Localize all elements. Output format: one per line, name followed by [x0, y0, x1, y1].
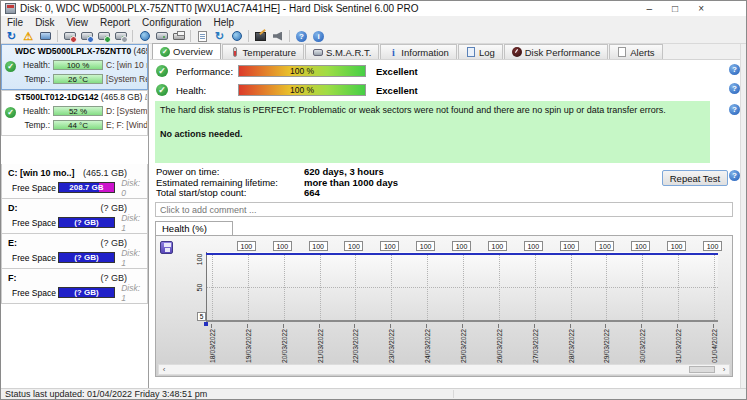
x-axis-date-label: 24/03/2022 — [424, 323, 431, 363]
health-label: Health: — [20, 106, 50, 116]
gridline — [571, 254, 572, 320]
repeat-test-button[interactable]: Repeat Test — [662, 170, 728, 186]
disk-list-item-1[interactable]: ST500LT012-1DG142 (465.8 GB) Disk: 1 ✓ H… — [1, 90, 148, 136]
x-axis-date-label: 29/03/2022 — [603, 323, 610, 363]
point-value-label: 100 — [703, 241, 722, 251]
ok-icon: ✓ — [156, 65, 168, 77]
content: WDC WD5000LPLX-75ZNTT0 (465.8 GB) Disk: … — [1, 44, 746, 388]
tab-information[interactable]: iInformation — [380, 44, 457, 59]
tab-smart[interactable]: S.M.A.R.T. — [305, 44, 379, 59]
ok-icon: ✓ — [156, 84, 168, 96]
disk-search-icon[interactable] — [112, 29, 129, 43]
menu-configuration[interactable]: Configuration — [136, 16, 207, 29]
health-line-series — [206, 253, 718, 255]
partition-disk: Disk: 1 — [121, 283, 147, 303]
point-value-label: 100 — [667, 241, 686, 251]
health-chart: 100 50 5 ‹ › 18/03/202210019/03/20221002… — [155, 235, 733, 377]
menu-disk[interactable]: Disk — [29, 16, 60, 29]
scroll-thumb[interactable] — [689, 366, 715, 373]
partition-item-f[interactable]: F:(? GB) Free Space (? GB) Disk: 1 — [1, 269, 148, 304]
gridline — [535, 254, 536, 320]
sidebar: WDC WD5000LPLX-75ZNTT0 (465.8 GB) Disk: … — [1, 44, 149, 388]
help-icon[interactable]: ? — [729, 170, 740, 181]
point-value-label: 100 — [237, 241, 256, 251]
tab-temperature[interactable]: Temperature — [222, 44, 304, 59]
monitor-icon[interactable] — [37, 29, 54, 43]
x-axis-date-label: 01/04/2022 — [711, 323, 718, 363]
warning-icon[interactable]: ⚠ — [20, 29, 37, 43]
menu-view[interactable]: View — [61, 16, 95, 29]
chart-scrollbar[interactable]: ‹ › — [158, 364, 730, 375]
title-bar: Disk: 0, WDC WD5000LPLX-75ZNTT0 [WXU1AC7… — [1, 1, 746, 16]
refresh-icon[interactable]: ↻ — [3, 29, 20, 43]
help-icon[interactable]: ? — [293, 29, 310, 43]
menu-help[interactable]: Help — [208, 16, 241, 29]
report-icon[interactable] — [194, 29, 211, 43]
disk-ok-icon[interactable] — [95, 29, 112, 43]
menu-file[interactable]: File — [1, 16, 29, 29]
edit-settings-icon[interactable] — [252, 29, 269, 43]
maximize-button[interactable]: □ — [672, 3, 678, 14]
partition-disk: Disk: 1 — [121, 213, 147, 233]
status-action: No actions needed. — [160, 128, 705, 142]
partition-name: D: — [8, 203, 100, 213]
menu-report[interactable]: Report — [94, 16, 136, 29]
scroll-left-icon[interactable]: ‹ — [159, 365, 169, 374]
disk-clock-icon[interactable] — [78, 29, 95, 43]
right-scroll-strip[interactable] — [740, 44, 746, 388]
gridline — [391, 254, 392, 320]
partition-disk: Disk: 0 — [121, 178, 147, 198]
gridline — [606, 254, 607, 320]
printer-icon[interactable] — [170, 29, 187, 43]
network-printer-icon[interactable] — [136, 29, 153, 43]
disk-icon[interactable] — [153, 29, 170, 43]
tab-overview[interactable]: ✓Overview — [152, 43, 221, 59]
health-bar: 100 % — [53, 60, 103, 70]
gridline — [678, 254, 679, 320]
partition-item-e[interactable]: E:(? GB) Free Space (? GB) Disk: 1 — [1, 234, 148, 269]
tab-alerts[interactable]: Alerts — [609, 44, 662, 59]
x-axis-date-label: 20/03/2022 — [281, 323, 288, 363]
x-axis-date-label: 22/03/2022 — [352, 323, 359, 363]
menu-bar: FileDiskViewReportConfigurationHelp — [1, 16, 746, 29]
tab-log[interactable]: Log — [458, 44, 503, 59]
stat-label: Total start/stop count: — [156, 188, 304, 199]
chart-title-tab[interactable]: Health (%) — [155, 221, 233, 235]
scroll-right-icon[interactable]: › — [719, 365, 729, 374]
info-icon[interactable]: i — [310, 29, 327, 43]
health-bar: 52 % — [53, 106, 103, 116]
partition-item-c[interactable]: C: [win 10 mo..](465.1 GB) Free Space 20… — [1, 164, 148, 199]
point-value-label: 100 — [452, 241, 471, 251]
performance-label: Performance: — [176, 66, 238, 77]
minimize-button[interactable]: – — [647, 3, 653, 14]
toolbar-separator — [248, 30, 249, 42]
health-label: Health: — [176, 85, 238, 96]
tab-disk-performance[interactable]: Disk Performance — [504, 44, 609, 59]
tab-bar: ✓Overview Temperature S.M.A.R.T. iInform… — [150, 44, 740, 60]
statusbar-divider — [453, 390, 454, 398]
temp-bar: 44 °C — [53, 120, 103, 130]
network-icon[interactable] — [228, 29, 245, 43]
status-text: The hard disk status is PERFECT. Problem… — [160, 104, 705, 118]
sync-icon[interactable]: ↻ — [211, 29, 228, 43]
y-tick-50: 50 — [196, 284, 203, 292]
help-icon[interactable]: ? — [729, 83, 740, 94]
point-value-label: 100 — [560, 241, 579, 251]
disk-remove-icon[interactable] — [61, 29, 78, 43]
x-axis-date-label: 21/03/2022 — [317, 323, 324, 363]
partition-disk: Disk: 1 — [121, 248, 147, 268]
y-min-label: 5 — [197, 312, 206, 321]
performance-bar: 100 % — [238, 65, 366, 77]
help-icon[interactable]: ? — [729, 64, 740, 75]
sound-icon[interactable] — [269, 29, 286, 43]
close-button[interactable]: × — [698, 3, 704, 14]
disk-list-item-0[interactable]: WDC WD5000LPLX-75ZNTT0 (465.8 GB) Disk: … — [1, 44, 148, 90]
comment-input[interactable] — [155, 202, 733, 217]
x-axis-date-label: 19/03/2022 — [245, 323, 252, 363]
partition-size: (? GB) — [100, 203, 141, 213]
status-message-box: The hard disk status is PERFECT. Problem… — [155, 101, 710, 163]
gridline — [427, 254, 428, 320]
help-icon[interactable]: ? — [729, 104, 740, 115]
save-chart-icon[interactable] — [160, 241, 173, 254]
partition-item-d[interactable]: D:(? GB) Free Space (? GB) Disk: 1 — [1, 199, 148, 234]
